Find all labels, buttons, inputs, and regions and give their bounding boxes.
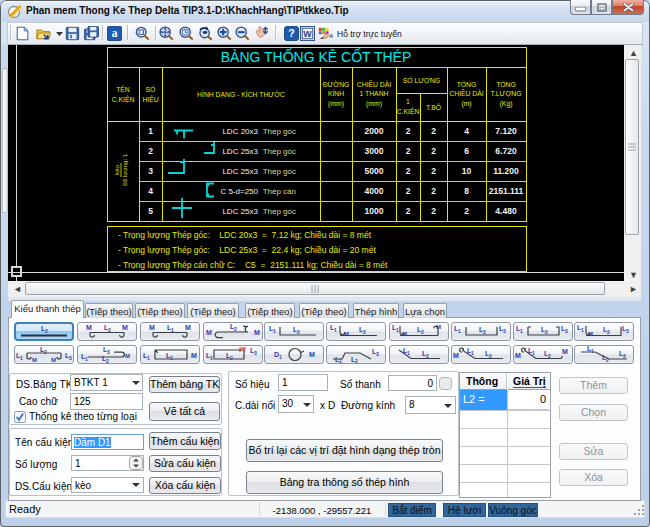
svg-text:TỔNG: TỔNG xyxy=(457,80,477,88)
svg-text:10: 10 xyxy=(462,166,472,176)
svg-text:1: 1 xyxy=(210,355,213,361)
svg-text:kèo: kèo xyxy=(113,164,120,175)
svg-text:LDC 25x3: LDC 25x3 xyxy=(222,167,258,176)
svg-text:3: 3 xyxy=(254,350,257,356)
svg-text:6: 6 xyxy=(464,146,469,156)
svg-text:3: 3 xyxy=(148,166,153,176)
svg-text:T.LƯỢNG: T.LƯỢNG xyxy=(491,90,522,97)
svg-text:11.200: 11.200 xyxy=(493,166,519,176)
svg-text:BẢNG THỐNG KÊ CỐT THÉP: BẢNG THỐNG KÊ CỐT THÉP xyxy=(221,48,412,65)
svg-text:1 THANH: 1 THANH xyxy=(360,90,389,97)
svg-text:2: 2 xyxy=(363,329,366,335)
svg-text:M: M xyxy=(86,324,92,331)
svg-text:2: 2 xyxy=(406,206,411,216)
svg-text:2: 2 xyxy=(44,349,47,355)
svg-text:2: 2 xyxy=(607,329,610,335)
svg-text:3: 3 xyxy=(626,328,629,334)
svg-text:3: 3 xyxy=(623,353,626,359)
svg-text:Thép góc: Thép góc xyxy=(263,167,296,176)
svg-text:1000: 1000 xyxy=(365,206,384,216)
svg-text:2: 2 xyxy=(431,206,436,216)
svg-text:C 5-d=250: C 5-d=250 xyxy=(220,187,258,196)
svg-text:2: 2 xyxy=(421,329,424,335)
svg-text:CHIỀU DÀI: CHIỀU DÀI xyxy=(449,88,483,97)
svg-text:1: 1 xyxy=(591,348,594,354)
svg-text:Thép góc: Thép góc xyxy=(263,127,296,136)
svg-text:(m): (m) xyxy=(461,100,471,108)
svg-text:1: 1 xyxy=(581,327,584,333)
svg-text:7.120: 7.120 xyxy=(495,126,517,136)
svg-text:4: 4 xyxy=(464,126,469,136)
svg-text:W: W xyxy=(303,29,312,39)
svg-text:A: A xyxy=(329,33,333,39)
svg-text:3: 3 xyxy=(107,349,110,355)
svg-text:M: M xyxy=(309,351,315,358)
svg-text:2151.111: 2151.111 xyxy=(489,186,524,196)
svg-text:1: 1 xyxy=(406,98,410,105)
svg-text:Thép cán: Thép cán xyxy=(263,187,296,196)
svg-text:C.KIỆN: C.KIỆN xyxy=(397,107,420,115)
svg-text:4000: 4000 xyxy=(365,186,384,196)
svg-text:6.720: 6.720 xyxy=(495,146,517,156)
svg-text:- Trọng lượng Thép cán chữ C:: - Trọng lượng Thép cán chữ C: C5 = 2151.… xyxy=(118,260,388,270)
svg-text:1: 1 xyxy=(279,354,282,360)
svg-text:M: M xyxy=(32,357,37,363)
svg-text:1: 1 xyxy=(85,356,88,362)
svg-text:KÍNH: KÍNH xyxy=(328,89,344,97)
svg-text:- Trọng lượng Thép góc: LDC: - Trọng lượng Thép góc: LDC 25x3 = 22.4 … xyxy=(118,245,376,255)
svg-text:SỐ LƯỢNG: SỐ LƯỢNG xyxy=(403,75,440,84)
svg-text:HIỆU: HIỆU xyxy=(142,95,158,103)
svg-text:1: 1 xyxy=(148,126,153,136)
svg-text:C.KIỆN: C.KIỆN xyxy=(112,95,135,103)
svg-text:2: 2 xyxy=(234,326,237,332)
svg-text:LDC 20x3: LDC 20x3 xyxy=(222,127,258,136)
svg-text:1: 1 xyxy=(273,328,276,334)
svg-text:3: 3 xyxy=(69,355,72,361)
svg-text:M: M xyxy=(453,352,459,359)
svg-text:1: 1 xyxy=(334,327,337,333)
svg-text:2: 2 xyxy=(483,329,486,335)
svg-text:4: 4 xyxy=(148,186,153,196)
svg-text:HÌNH DẠNG - KÍCH THƯỚC: HÌNH DẠNG - KÍCH THƯỚC xyxy=(197,90,285,98)
svg-text:M: M xyxy=(185,324,191,331)
svg-text:2: 2 xyxy=(148,146,153,156)
svg-text:Thép góc: Thép góc xyxy=(263,207,296,216)
svg-text:?: ? xyxy=(288,27,294,39)
svg-text:2: 2 xyxy=(431,126,436,136)
svg-text:4.480: 4.480 xyxy=(495,206,517,216)
svg-text:2: 2 xyxy=(406,166,411,176)
svg-text:2: 2 xyxy=(431,146,436,156)
svg-text:M: M xyxy=(191,352,197,359)
svg-text:T.BỘ: T.BỘ xyxy=(426,103,441,111)
svg-text:M: M xyxy=(125,353,130,359)
svg-text:2: 2 xyxy=(170,355,173,361)
svg-text:1: 1 xyxy=(20,355,23,361)
svg-text:M: M xyxy=(149,324,155,331)
svg-text:CHIỀU DÀI: CHIỀU DÀI xyxy=(357,79,391,88)
svg-text:LDC 25x3: LDC 25x3 xyxy=(222,207,258,216)
svg-text:2: 2 xyxy=(106,358,109,363)
svg-text:1: 1 xyxy=(458,328,461,334)
svg-text:2: 2 xyxy=(297,329,300,335)
svg-text:1: 1 xyxy=(147,355,150,361)
svg-text:M: M xyxy=(51,357,56,363)
svg-text:TÊN: TÊN xyxy=(116,85,130,93)
svg-text:SỐ: SỐ xyxy=(146,84,156,93)
svg-text:2: 2 xyxy=(431,166,436,176)
svg-text:3000: 3000 xyxy=(365,146,384,156)
svg-text:1: 1 xyxy=(396,327,399,333)
svg-text:2: 2 xyxy=(431,186,436,196)
svg-text:Số lượng: 1: Số lượng: 1 xyxy=(121,153,128,186)
svg-text:2: 2 xyxy=(355,358,358,363)
svg-text:1: 1 xyxy=(407,350,410,356)
svg-text:M: M xyxy=(254,329,260,336)
svg-text:5000: 5000 xyxy=(365,166,384,176)
svg-text:2: 2 xyxy=(406,126,411,136)
svg-text:Thép góc: Thép góc xyxy=(263,147,296,156)
svg-text:8: 8 xyxy=(464,186,469,196)
svg-text:ĐƯỜNG: ĐƯỜNG xyxy=(323,80,350,88)
svg-text:a: a xyxy=(112,27,118,39)
svg-text:2: 2 xyxy=(406,146,411,156)
svg-text:M: M xyxy=(206,329,212,336)
svg-text:(mm): (mm) xyxy=(328,100,344,108)
